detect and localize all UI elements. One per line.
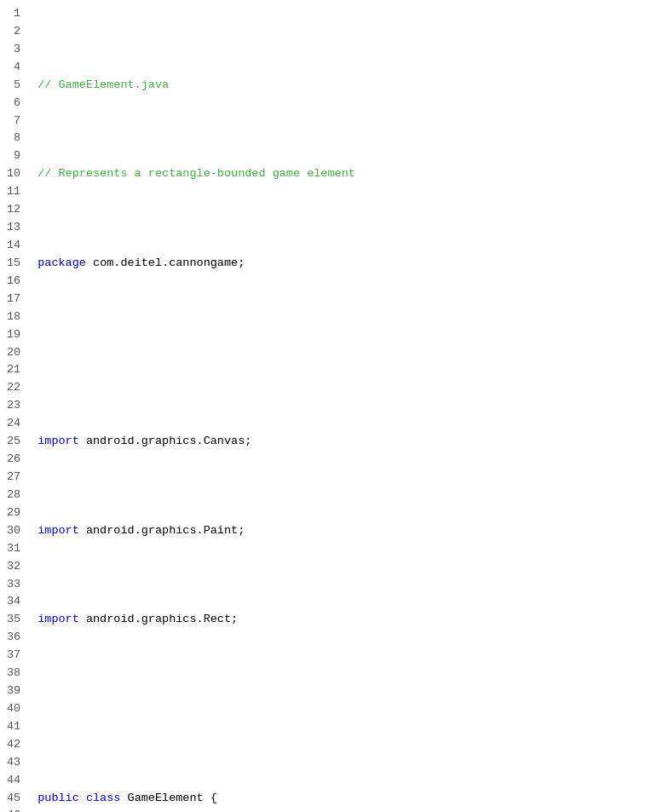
line-num: 17 [7, 291, 20, 308]
line-num: 24 [7, 415, 20, 433]
line-num: 33 [7, 576, 20, 594]
line-num: 18 [7, 308, 20, 326]
line-num: 8 [7, 130, 20, 147]
code-line-5: import android.graphics.Canvas; [37, 433, 656, 451]
line-num: 46 [7, 807, 20, 812]
line-num: 11 [7, 183, 20, 201]
line-num: 16 [7, 273, 20, 291]
line-num: 25 [7, 433, 20, 451]
line-num: 7 [7, 112, 20, 130]
line-num: 22 [7, 379, 20, 397]
line-num: 39 [7, 682, 20, 700]
line-num: 26 [7, 451, 20, 469]
line-num: 31 [7, 540, 20, 558]
line-num: 28 [7, 487, 20, 504]
line-num: 12 [7, 201, 20, 219]
line-num: 4 [7, 59, 20, 77]
line-num: 14 [7, 237, 20, 255]
line-num: 40 [7, 700, 20, 718]
line-num: 2 [7, 23, 20, 41]
line-num: 44 [7, 772, 20, 790]
line-num: 9 [7, 147, 20, 165]
line-numbers: 1 2 3 4 5 6 7 8 9 10 11 12 13 14 15 16 1… [0, 0, 27, 812]
line-num: 27 [7, 469, 20, 487]
line-num: 23 [7, 397, 20, 415]
line-num: 6 [7, 95, 20, 112]
line-num: 29 [7, 504, 20, 522]
line-num: 35 [7, 611, 20, 629]
code-area: // GameElement.java // Represents a rect… [27, 0, 663, 812]
line-num: 13 [7, 219, 20, 237]
line-num: 36 [7, 629, 20, 647]
code-line-4 [37, 344, 656, 362]
code-line-1: // GameElement.java [37, 77, 656, 95]
code-line-8 [37, 700, 656, 718]
line-num: 43 [7, 754, 20, 772]
line-num: 10 [7, 165, 20, 183]
line-num: 20 [7, 344, 20, 362]
code-line-6: import android.graphics.Paint; [37, 522, 656, 540]
line-num: 5 [7, 77, 20, 95]
line-num: 42 [7, 736, 20, 754]
line-num: 38 [7, 665, 20, 682]
line-num: 3 [7, 41, 20, 59]
code-line-9: public class GameElement { [37, 790, 656, 808]
line-num: 45 [7, 790, 20, 808]
code-line-2: // Represents a rectangle-bounded game e… [37, 165, 656, 183]
code-container: 1 2 3 4 5 6 7 8 9 10 11 12 13 14 15 16 1… [0, 0, 663, 812]
line-num: 34 [7, 593, 20, 611]
line-num: 37 [7, 647, 20, 665]
line-num: 30 [7, 522, 20, 540]
code-line-7: import android.graphics.Rect; [37, 611, 656, 629]
line-num: 41 [7, 718, 20, 736]
line-num: 21 [7, 361, 20, 379]
code-line-3: package com.deitel.cannongame; [37, 255, 656, 273]
line-num: 15 [7, 255, 20, 273]
line-num: 32 [7, 558, 20, 576]
line-num: 1 [7, 5, 20, 23]
line-num: 19 [7, 326, 20, 344]
